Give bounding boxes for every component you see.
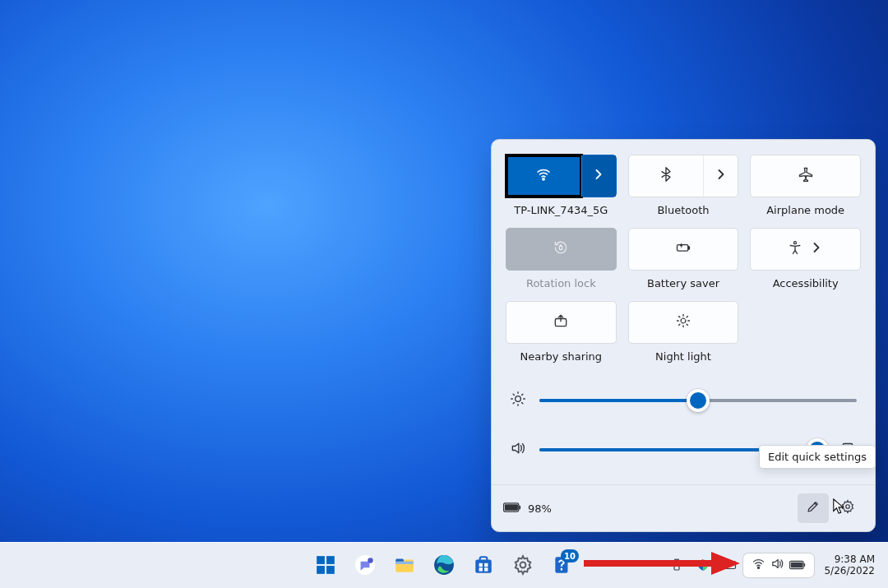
quick-settings-flyout: TP-LINK_7434_5G Bluetooth	[491, 139, 876, 532]
volume-icon	[510, 440, 526, 460]
battery-saver-icon	[675, 239, 691, 259]
tray-wifi-icon	[752, 557, 765, 574]
svg-rect-64	[804, 563, 806, 566]
brightness-icon	[510, 391, 526, 410]
chevron-right-icon	[808, 239, 825, 259]
svg-rect-33	[326, 556, 335, 564]
airplane-label: Airplane mode	[766, 204, 844, 216]
svg-marker-24	[512, 443, 519, 453]
svg-rect-40	[395, 562, 414, 564]
battery-icon	[503, 502, 521, 515]
svg-rect-34	[317, 566, 325, 574]
svg-rect-32	[317, 556, 325, 564]
edit-quick-settings-button[interactable]	[798, 493, 829, 523]
battery-saver-label: Battery saver	[647, 277, 719, 289]
svg-line-23	[522, 394, 523, 395]
svg-line-11	[679, 317, 680, 317]
battery-saver-button[interactable]	[628, 228, 739, 271]
svg-rect-3	[688, 247, 690, 249]
bluetooth-toggle[interactable]	[629, 155, 704, 197]
accessibility-tile: Accessibility	[751, 228, 860, 289]
bluetooth-icon	[658, 166, 674, 186]
wifi-button[interactable]	[506, 155, 617, 197]
svg-point-37	[368, 558, 373, 563]
svg-point-60	[758, 567, 760, 568]
accessibility-icon	[787, 239, 803, 259]
quick-settings-tiles: TP-LINK_7434_5G Bluetooth	[506, 155, 860, 363]
tray-battery-icon	[789, 558, 806, 573]
chevron-right-icon	[713, 166, 729, 186]
edit-tooltip: Edit quick settings	[759, 445, 876, 469]
nearby-button[interactable]	[506, 301, 617, 344]
svg-rect-1	[560, 246, 562, 249]
svg-line-20	[513, 394, 514, 395]
bluetooth-tile: Bluetooth	[629, 155, 738, 216]
svg-rect-47	[484, 567, 488, 571]
svg-rect-45	[484, 563, 488, 567]
nearby-sharing-icon	[553, 313, 569, 332]
taskbar-chat[interactable]	[348, 548, 382, 582]
rotation-label: Rotation lock	[526, 277, 596, 289]
accessibility-button[interactable]	[750, 228, 861, 271]
airplane-button[interactable]	[750, 155, 861, 197]
taskbar-tips[interactable]: 10	[545, 548, 580, 582]
chevron-right-icon	[590, 166, 607, 186]
taskbar-explorer[interactable]	[387, 548, 422, 582]
battery-percent: 98%	[528, 502, 552, 515]
svg-line-12	[687, 324, 687, 325]
accessibility-label: Accessibility	[773, 277, 839, 289]
svg-rect-43	[480, 557, 488, 561]
night-button[interactable]	[628, 301, 739, 344]
night-light-icon	[675, 313, 691, 332]
taskbar-settings[interactable]	[506, 548, 540, 582]
bluetooth-button[interactable]	[628, 155, 739, 197]
svg-point-15	[516, 396, 521, 402]
svg-line-14	[687, 317, 687, 317]
battery-status[interactable]: 98%	[503, 502, 552, 515]
cursor-icon	[832, 498, 847, 516]
svg-marker-66	[711, 552, 740, 575]
taskbar: 10 9:38 AM 5/26/2022	[0, 542, 888, 588]
nearby-tile: Nearby sharing	[506, 301, 616, 363]
wifi-label: TP-LINK_7434_5G	[514, 204, 608, 216]
svg-point-6	[681, 318, 686, 323]
wifi-icon	[535, 166, 552, 186]
taskbar-store[interactable]	[466, 548, 501, 582]
svg-rect-30	[519, 505, 520, 509]
svg-line-22	[513, 403, 514, 404]
taskbar-center: 10	[308, 542, 580, 588]
night-tile: Night light	[629, 301, 738, 363]
battery-saver-tile: Battery saver	[629, 228, 738, 289]
svg-line-21	[522, 403, 523, 404]
svg-rect-29	[505, 504, 518, 510]
brightness-slider-row	[510, 391, 857, 410]
pencil-icon	[806, 499, 821, 517]
annotation-arrow	[584, 549, 740, 578]
svg-rect-46	[479, 567, 483, 571]
clock-date: 5/26/2022	[824, 565, 875, 576]
nearby-label: Nearby sharing	[520, 350, 603, 363]
wifi-toggle[interactable]	[506, 155, 581, 197]
bluetooth-label: Bluetooth	[657, 204, 709, 216]
night-label: Night light	[655, 350, 711, 363]
taskbar-clock[interactable]: 9:38 AM 5/26/2022	[816, 553, 880, 576]
system-tray-group[interactable]	[743, 553, 814, 577]
airplane-tile: Airplane mode	[751, 155, 860, 216]
svg-point-48	[520, 563, 526, 568]
taskbar-edge[interactable]	[427, 548, 461, 582]
quick-settings-footer: 98%	[492, 484, 875, 531]
clock-time: 9:38 AM	[835, 553, 875, 565]
wifi-tile: TP-LINK_7434_5G	[506, 155, 616, 216]
rotation-button	[506, 228, 617, 271]
svg-line-13	[679, 324, 680, 325]
airplane-icon	[798, 166, 814, 186]
rotation-tile: Rotation lock	[506, 228, 616, 289]
start-button[interactable]	[308, 548, 343, 582]
brightness-slider[interactable]	[539, 399, 857, 402]
svg-rect-35	[326, 566, 335, 574]
wifi-expand[interactable]	[581, 155, 616, 197]
svg-marker-61	[773, 559, 778, 567]
bluetooth-expand[interactable]	[703, 155, 738, 197]
svg-point-0	[543, 178, 544, 180]
svg-point-4	[793, 242, 796, 244]
